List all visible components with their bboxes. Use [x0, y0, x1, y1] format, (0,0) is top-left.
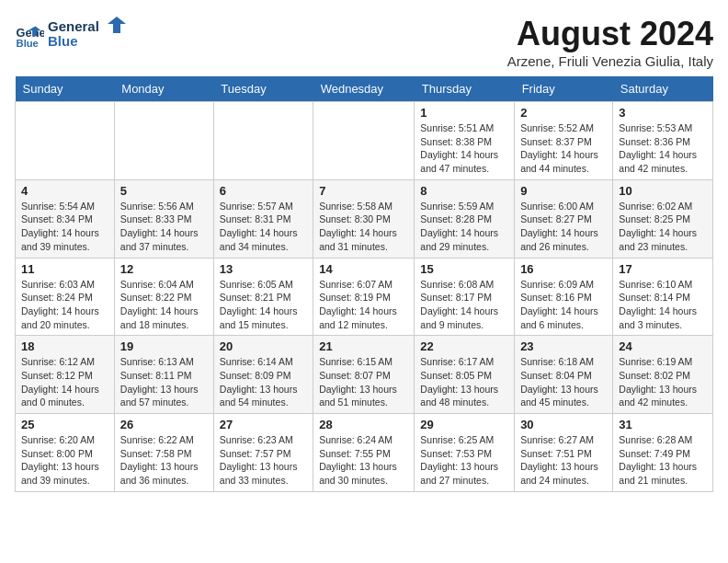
day-number: 18: [21, 339, 108, 353]
calendar-cell: 28Sunrise: 6:24 AM Sunset: 7:55 PM Dayli…: [313, 414, 415, 492]
day-info: Sunrise: 6:12 AM Sunset: 8:12 PM Dayligh…: [21, 355, 108, 409]
calendar-cell: 4Sunrise: 5:54 AM Sunset: 8:34 PM Daylig…: [16, 179, 115, 258]
calendar-cell: 6Sunrise: 5:57 AM Sunset: 8:31 PM Daylig…: [213, 179, 313, 258]
logo: General Blue General Blue: [15, 15, 131, 56]
calendar-cell: 8Sunrise: 5:59 AM Sunset: 8:28 PM Daylig…: [415, 179, 515, 258]
day-info: Sunrise: 5:51 AM Sunset: 8:38 PM Dayligh…: [420, 121, 508, 176]
calendar-cell: 11Sunrise: 6:03 AM Sunset: 8:24 PM Dayli…: [16, 258, 115, 336]
calendar-cell: 3Sunrise: 5:53 AM Sunset: 8:36 PM Daylig…: [613, 102, 713, 180]
svg-text:General: General: [48, 18, 99, 34]
day-info: Sunrise: 6:25 AM Sunset: 7:53 PM Dayligh…: [420, 433, 508, 488]
day-info: Sunrise: 6:19 AM Sunset: 8:02 PM Dayligh…: [619, 355, 707, 409]
svg-text:Blue: Blue: [17, 38, 39, 49]
day-info: Sunrise: 5:59 AM Sunset: 8:28 PM Dayligh…: [420, 200, 508, 254]
calendar-cell: 17Sunrise: 6:10 AM Sunset: 8:14 PM Dayli…: [613, 258, 713, 336]
calendar-cell: 18Sunrise: 6:12 AM Sunset: 8:12 PM Dayli…: [16, 336, 115, 414]
day-info: Sunrise: 6:13 AM Sunset: 8:11 PM Dayligh…: [120, 355, 208, 409]
day-number: 24: [619, 339, 707, 353]
day-info: Sunrise: 6:10 AM Sunset: 8:14 PM Dayligh…: [619, 278, 707, 332]
day-number: 12: [120, 262, 208, 276]
day-number: 15: [420, 262, 508, 276]
day-info: Sunrise: 6:27 AM Sunset: 7:51 PM Dayligh…: [520, 433, 607, 488]
weekday-header-monday: Monday: [114, 76, 213, 102]
weekday-header-sunday: Sunday: [16, 76, 115, 102]
day-number: 28: [319, 418, 408, 431]
calendar-week-2: 4Sunrise: 5:54 AM Sunset: 8:34 PM Daylig…: [16, 179, 713, 258]
day-info: Sunrise: 5:58 AM Sunset: 8:30 PM Dayligh…: [319, 200, 408, 254]
day-info: Sunrise: 6:17 AM Sunset: 8:05 PM Dayligh…: [420, 355, 508, 409]
weekday-header-saturday: Saturday: [613, 76, 713, 102]
calendar-cell: 13Sunrise: 6:05 AM Sunset: 8:21 PM Dayli…: [213, 258, 313, 336]
svg-text:Blue: Blue: [48, 33, 78, 49]
calendar-cell: 31Sunrise: 6:28 AM Sunset: 7:49 PM Dayli…: [613, 414, 713, 492]
weekday-header-wednesday: Wednesday: [313, 76, 415, 102]
calendar-week-1: 1Sunrise: 5:51 AM Sunset: 8:38 PM Daylig…: [16, 102, 713, 180]
day-number: 10: [619, 184, 707, 198]
calendar-cell: 25Sunrise: 6:20 AM Sunset: 8:00 PM Dayli…: [16, 414, 115, 492]
calendar-cell: [313, 102, 415, 180]
day-number: 9: [520, 184, 607, 198]
calendar-week-5: 25Sunrise: 6:20 AM Sunset: 8:00 PM Dayli…: [16, 414, 713, 492]
day-number: 16: [520, 262, 607, 276]
day-info: Sunrise: 6:07 AM Sunset: 8:19 PM Dayligh…: [319, 278, 408, 332]
day-number: 8: [420, 184, 508, 198]
calendar-cell: 16Sunrise: 6:09 AM Sunset: 8:16 PM Dayli…: [515, 258, 613, 336]
calendar-cell: 23Sunrise: 6:18 AM Sunset: 8:04 PM Dayli…: [515, 336, 613, 414]
calendar-cell: 7Sunrise: 5:58 AM Sunset: 8:30 PM Daylig…: [313, 179, 415, 258]
location-subtitle: Arzene, Friuli Venezia Giulia, Italy: [507, 53, 713, 69]
calendar-cell: 15Sunrise: 6:08 AM Sunset: 8:17 PM Dayli…: [415, 258, 515, 336]
day-number: 6: [220, 184, 307, 198]
day-number: 20: [220, 339, 307, 353]
day-number: 19: [120, 339, 208, 353]
day-number: 11: [21, 262, 108, 276]
calendar-cell: 30Sunrise: 6:27 AM Sunset: 7:51 PM Dayli…: [515, 414, 613, 492]
day-info: Sunrise: 5:56 AM Sunset: 8:33 PM Dayligh…: [120, 200, 208, 254]
calendar-cell: 22Sunrise: 6:17 AM Sunset: 8:05 PM Dayli…: [415, 336, 515, 414]
calendar-week-4: 18Sunrise: 6:12 AM Sunset: 8:12 PM Dayli…: [16, 336, 713, 414]
month-title: August 2024: [507, 15, 713, 53]
day-info: Sunrise: 6:24 AM Sunset: 7:55 PM Dayligh…: [319, 433, 408, 488]
day-number: 14: [319, 262, 408, 276]
weekday-header-friday: Friday: [515, 76, 613, 102]
day-info: Sunrise: 5:57 AM Sunset: 8:31 PM Dayligh…: [220, 200, 307, 254]
day-info: Sunrise: 6:04 AM Sunset: 8:22 PM Dayligh…: [120, 278, 208, 332]
weekday-header-tuesday: Tuesday: [213, 76, 313, 102]
day-info: Sunrise: 6:23 AM Sunset: 7:57 PM Dayligh…: [220, 433, 307, 488]
day-info: Sunrise: 6:08 AM Sunset: 8:17 PM Dayligh…: [420, 278, 508, 332]
calendar-cell: 24Sunrise: 6:19 AM Sunset: 8:02 PM Dayli…: [613, 336, 713, 414]
day-number: 21: [319, 339, 408, 353]
calendar-cell: 12Sunrise: 6:04 AM Sunset: 8:22 PM Dayli…: [114, 258, 213, 336]
day-info: Sunrise: 6:20 AM Sunset: 8:00 PM Dayligh…: [21, 433, 108, 488]
day-number: 3: [619, 106, 707, 120]
weekday-header-thursday: Thursday: [415, 76, 515, 102]
svg-marker-5: [108, 17, 126, 33]
day-info: Sunrise: 6:28 AM Sunset: 7:49 PM Dayligh…: [619, 433, 707, 488]
day-info: Sunrise: 6:00 AM Sunset: 8:27 PM Dayligh…: [520, 200, 607, 254]
day-info: Sunrise: 6:14 AM Sunset: 8:09 PM Dayligh…: [220, 355, 307, 409]
calendar-cell: 10Sunrise: 6:02 AM Sunset: 8:25 PM Dayli…: [613, 179, 713, 258]
day-info: Sunrise: 5:54 AM Sunset: 8:34 PM Dayligh…: [21, 200, 108, 254]
calendar-cell: 19Sunrise: 6:13 AM Sunset: 8:11 PM Dayli…: [114, 336, 213, 414]
day-info: Sunrise: 6:09 AM Sunset: 8:16 PM Dayligh…: [520, 278, 607, 332]
day-number: 26: [120, 418, 208, 431]
calendar-cell: 14Sunrise: 6:07 AM Sunset: 8:19 PM Dayli…: [313, 258, 415, 336]
day-info: Sunrise: 6:05 AM Sunset: 8:21 PM Dayligh…: [220, 278, 307, 332]
day-number: 2: [520, 106, 607, 120]
day-info: Sunrise: 5:53 AM Sunset: 8:36 PM Dayligh…: [619, 121, 707, 176]
day-number: 27: [220, 418, 307, 431]
day-number: 5: [120, 184, 208, 198]
day-info: Sunrise: 6:02 AM Sunset: 8:25 PM Dayligh…: [619, 200, 707, 254]
logo-icon: General Blue: [15, 20, 44, 50]
calendar-cell: 21Sunrise: 6:15 AM Sunset: 8:07 PM Dayli…: [313, 336, 415, 414]
calendar-cell: 2Sunrise: 5:52 AM Sunset: 8:37 PM Daylig…: [515, 102, 613, 180]
page-header: General Blue General Blue August 2024 Ar…: [15, 15, 713, 69]
day-info: Sunrise: 6:15 AM Sunset: 8:07 PM Dayligh…: [319, 355, 408, 409]
calendar-cell: 27Sunrise: 6:23 AM Sunset: 7:57 PM Dayli…: [213, 414, 313, 492]
day-number: 7: [319, 184, 408, 198]
day-number: 17: [619, 262, 707, 276]
calendar-cell: 9Sunrise: 6:00 AM Sunset: 8:27 PM Daylig…: [515, 179, 613, 258]
weekday-header-row: SundayMondayTuesdayWednesdayThursdayFrid…: [16, 76, 713, 102]
day-number: 13: [220, 262, 307, 276]
calendar-cell: [114, 102, 213, 180]
day-number: 1: [420, 106, 508, 120]
